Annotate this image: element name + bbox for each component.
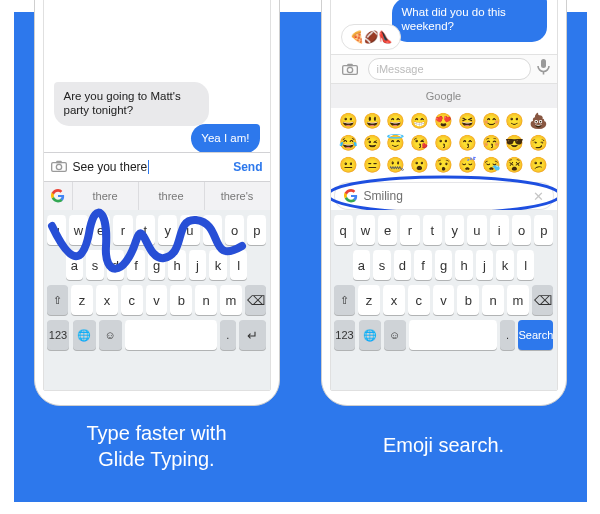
key-b[interactable]: b (457, 285, 479, 315)
key-v[interactable]: v (146, 285, 168, 315)
key-a[interactable]: a (66, 250, 83, 280)
key-f[interactable]: f (414, 250, 431, 280)
key-l[interactable]: l (230, 250, 247, 280)
emoji-cell[interactable]: 😏 (529, 134, 548, 152)
emoji-cell[interactable]: 😚 (482, 134, 501, 152)
key-u[interactable]: u (467, 215, 486, 245)
message-input[interactable]: iMessage (368, 58, 531, 80)
key-f[interactable]: f (127, 250, 144, 280)
key-l[interactable]: l (517, 250, 534, 280)
key-h[interactable]: h (455, 250, 472, 280)
key-r[interactable]: r (400, 215, 419, 245)
emoji-cell[interactable]: 😯 (434, 156, 453, 174)
emoji-cell[interactable]: 😗 (434, 134, 453, 152)
emoji-search-bar[interactable]: Smiling ✕ (334, 182, 554, 210)
emoji-cell[interactable]: 😴 (458, 156, 477, 174)
emoji-cell[interactable]: 😘 (410, 134, 429, 152)
backspace-key[interactable]: ⌫ (532, 285, 554, 315)
key-j[interactable]: j (189, 250, 206, 280)
emoji-cell[interactable]: 😕 (529, 156, 548, 174)
emoji-cell[interactable]: 😆 (458, 112, 477, 130)
key-i[interactable]: i (203, 215, 222, 245)
key-w[interactable]: w (69, 215, 88, 245)
key-o[interactable]: o (225, 215, 244, 245)
shift-key[interactable]: ⇧ (47, 285, 69, 315)
key-x[interactable]: x (383, 285, 405, 315)
key-e[interactable]: e (378, 215, 397, 245)
emoji-cell[interactable]: 😇 (386, 134, 405, 152)
suggestion-1[interactable]: there (72, 182, 138, 210)
numbers-key[interactable]: 123 (334, 320, 356, 350)
key-i[interactable]: i (490, 215, 509, 245)
key-m[interactable]: m (220, 285, 242, 315)
emoji-cell[interactable]: 😉 (363, 134, 382, 152)
backspace-key[interactable]: ⌫ (245, 285, 267, 315)
emoji-cell[interactable]: 🙂 (505, 112, 524, 130)
key-c[interactable]: c (121, 285, 143, 315)
key-v[interactable]: v (433, 285, 455, 315)
key-c[interactable]: c (408, 285, 430, 315)
key-t[interactable]: t (423, 215, 442, 245)
emoji-cell[interactable]: 😊 (482, 112, 501, 130)
key-y[interactable]: y (158, 215, 177, 245)
globe-key[interactable]: 🌐 (73, 320, 96, 350)
space-key[interactable] (125, 320, 217, 350)
space-key[interactable] (409, 320, 497, 350)
emoji-cell[interactable]: 😄 (386, 112, 405, 130)
key-u[interactable]: u (180, 215, 199, 245)
key-j[interactable]: j (476, 250, 493, 280)
emoji-cell[interactable]: 😵 (505, 156, 524, 174)
emoji-cell[interactable]: 😍 (434, 112, 453, 130)
dot-key[interactable]: . (220, 320, 236, 350)
emoji-cell[interactable]: 😎 (505, 134, 524, 152)
key-h[interactable]: h (168, 250, 185, 280)
emoji-key[interactable]: ☺ (99, 320, 122, 350)
google-g-icon[interactable] (44, 189, 72, 203)
emoji-cell[interactable]: 😮 (410, 156, 429, 174)
emoji-cell[interactable]: 😙 (458, 134, 477, 152)
key-n[interactable]: n (195, 285, 217, 315)
key-n[interactable]: n (482, 285, 504, 315)
clear-icon[interactable]: ✕ (533, 189, 544, 204)
key-g[interactable]: g (435, 250, 452, 280)
emoji-cell[interactable]: 😑 (363, 156, 382, 174)
key-p[interactable]: p (247, 215, 266, 245)
send-button[interactable]: Send (233, 160, 262, 174)
key-m[interactable]: m (507, 285, 529, 315)
key-e[interactable]: e (91, 215, 110, 245)
camera-icon[interactable] (51, 160, 67, 175)
dot-key[interactable]: . (500, 320, 515, 350)
key-y[interactable]: y (445, 215, 464, 245)
emoji-cell[interactable]: 🤐 (386, 156, 405, 174)
mic-icon[interactable] (537, 59, 550, 79)
key-z[interactable]: z (71, 285, 93, 315)
numbers-key[interactable]: 123 (47, 320, 70, 350)
emoji-key[interactable]: ☺ (384, 320, 406, 350)
key-s[interactable]: s (373, 250, 390, 280)
suggestion-3[interactable]: there's (204, 182, 270, 210)
key-d[interactable]: d (394, 250, 411, 280)
globe-key[interactable]: 🌐 (359, 320, 381, 350)
key-q[interactable]: q (47, 215, 66, 245)
key-a[interactable]: a (353, 250, 370, 280)
key-r[interactable]: r (113, 215, 132, 245)
emoji-cell[interactable]: 💩 (529, 112, 548, 130)
key-g[interactable]: g (148, 250, 165, 280)
emoji-cell[interactable]: 😪 (482, 156, 501, 174)
key-w[interactable]: w (356, 215, 375, 245)
key-o[interactable]: o (512, 215, 531, 245)
key-q[interactable]: q (334, 215, 353, 245)
key-b[interactable]: b (170, 285, 192, 315)
key-k[interactable]: k (209, 250, 226, 280)
key-s[interactable]: s (86, 250, 103, 280)
camera-icon[interactable] (338, 59, 362, 79)
key-t[interactable]: t (136, 215, 155, 245)
key-d[interactable]: d (107, 250, 124, 280)
search-key[interactable]: Search (518, 320, 553, 350)
key-k[interactable]: k (496, 250, 513, 280)
return-key[interactable]: ↵ (239, 320, 267, 350)
emoji-cell[interactable]: 😀 (339, 112, 358, 130)
emoji-cell[interactable]: 😐 (339, 156, 358, 174)
suggestion-2[interactable]: three (138, 182, 204, 210)
key-x[interactable]: x (96, 285, 118, 315)
